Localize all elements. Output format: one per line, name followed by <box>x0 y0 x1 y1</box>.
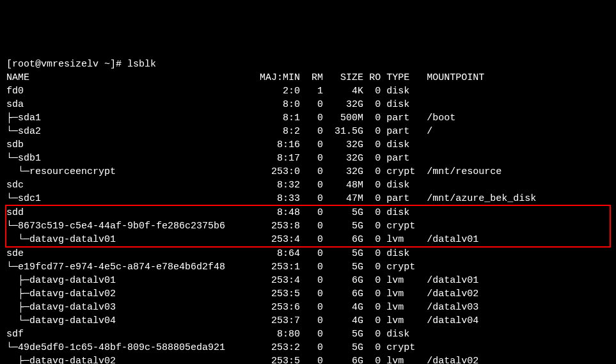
lsblk-row: sde 8:64 0 5G 0 disk <box>6 247 610 260</box>
col-type: part <box>381 153 421 164</box>
col-rm: 0 <box>300 248 323 259</box>
col-name: sde <box>6 248 260 259</box>
lsblk-row: sdb 8:16 0 32G 0 disk <box>6 138 610 152</box>
col-mount: /datalv01 <box>421 275 478 286</box>
col-rm: 0 <box>300 221 323 232</box>
col-name: sdb <box>6 139 260 150</box>
col-rm: 0 <box>300 329 323 340</box>
col-majmin: 253:6 <box>260 302 300 313</box>
col-name: ├─datavg-datalv01 <box>6 275 260 286</box>
col-type: disk <box>381 329 421 340</box>
col-size: 6G <box>323 356 363 364</box>
col-size: 32G <box>323 166 363 177</box>
terminal-output: [root@vmresizelv ~]# lsblkNAME MAJ:MIN R… <box>6 58 610 364</box>
col-name: ├─datavg-datalv03 <box>6 302 260 313</box>
col-name: └─datavg-datalv04 <box>6 315 260 326</box>
col-mount <box>421 329 427 340</box>
col-majmin: 253:8 <box>260 221 300 232</box>
col-rm: 0 <box>300 315 323 326</box>
col-ro: 0 <box>363 315 381 326</box>
col-rm: 0 <box>300 139 323 150</box>
col-ro: 0 <box>363 207 381 218</box>
lsblk-row: ├─datavg-datalv01 253:4 0 6G 0 lvm /data… <box>6 274 610 287</box>
col-type: lvm <box>381 275 421 286</box>
col-rm: 0 <box>300 302 323 313</box>
col-majmin: 8:64 <box>260 248 300 259</box>
lsblk-row: ├─datavg-datalv02 253:5 0 6G 0 lvm /data… <box>6 354 610 364</box>
col-size: 5G <box>323 262 363 273</box>
lsblk-row: sda 8:0 0 32G 0 disk <box>6 98 610 111</box>
col-rm: 0 <box>300 262 323 273</box>
col-mount <box>421 99 427 110</box>
col-rm: 0 <box>300 166 323 177</box>
col-mount <box>421 262 427 273</box>
shell-prompt[interactable]: [root@vmresizelv ~]# lsblk <box>6 58 610 71</box>
col-ro: 0 <box>363 86 381 97</box>
col-type: disk <box>381 248 421 259</box>
col-mount: /datalv03 <box>421 302 478 313</box>
col-size: 5G <box>323 342 363 353</box>
col-ro: 0 <box>363 248 381 259</box>
col-rm: 0 <box>300 342 323 353</box>
col-type: disk <box>381 207 421 218</box>
lsblk-row: sdc 8:32 0 48M 0 disk <box>6 178 610 192</box>
col-rm: 0 <box>300 180 323 191</box>
lsblk-row: └─sdc1 8:33 0 47M 0 part /mnt/azure_bek_… <box>6 192 610 205</box>
col-majmin: 2:0 <box>260 86 300 97</box>
col-name: └─datavg-datalv01 <box>6 234 260 245</box>
col-majmin: 253:2 <box>260 342 300 353</box>
col-ro: 0 <box>363 289 381 299</box>
col-ro: 0 <box>363 302 381 313</box>
col-rm: 0 <box>300 99 323 110</box>
col-rm: 0 <box>300 234 323 245</box>
col-size: 4G <box>323 315 363 326</box>
col-ro: 0 <box>363 180 381 191</box>
col-name: └─sdb1 <box>6 153 260 164</box>
col-rm: 0 <box>300 356 323 364</box>
col-mount: /datalv01 <box>421 234 478 245</box>
hdr-type: TYPE <box>381 72 421 83</box>
col-name: └─sda2 <box>6 126 260 137</box>
col-mount <box>421 180 427 191</box>
col-majmin: 253:5 <box>260 289 300 299</box>
col-majmin: 8:32 <box>260 180 300 191</box>
col-name: ├─datavg-datalv02 <box>6 289 260 299</box>
col-size: 4K <box>323 86 363 97</box>
col-majmin: 8:33 <box>260 193 300 204</box>
col-majmin: 253:4 <box>260 275 300 286</box>
col-name: └─8673c519-c5e4-44af-9b0f-fe286c2375b6 <box>6 221 260 232</box>
col-mount: /datalv02 <box>421 289 478 299</box>
col-majmin: 8:16 <box>260 139 300 150</box>
col-name: sdf <box>6 329 260 340</box>
col-ro: 0 <box>363 193 381 204</box>
col-ro: 0 <box>363 126 381 137</box>
col-size: 6G <box>323 289 363 299</box>
col-ro: 0 <box>363 342 381 353</box>
col-ro: 0 <box>363 153 381 164</box>
lsblk-row: sdf 8:80 0 5G 0 disk <box>6 328 610 341</box>
col-ro: 0 <box>363 234 381 245</box>
col-rm: 0 <box>300 275 323 286</box>
col-mount: /datalv02 <box>421 356 478 364</box>
col-size: 6G <box>323 234 363 245</box>
lsblk-row: sdd 8:48 0 5G 0 disk <box>6 206 610 219</box>
col-mount: /datalv04 <box>421 315 478 326</box>
col-majmin: 253:1 <box>260 262 300 273</box>
col-rm: 0 <box>300 289 323 299</box>
col-name: ├─sda1 <box>6 113 260 123</box>
col-type: lvm <box>381 289 421 299</box>
col-mount: /mnt/azure_bek_disk <box>421 193 536 204</box>
col-type: lvm <box>381 356 421 364</box>
col-majmin: 8:17 <box>260 153 300 164</box>
col-majmin: 8:1 <box>260 113 300 123</box>
lsblk-row: └─datavg-datalv04 253:7 0 4G 0 lvm /data… <box>6 314 610 328</box>
col-type: lvm <box>381 315 421 326</box>
col-size: 48M <box>323 180 363 191</box>
col-type: part <box>381 126 421 137</box>
hdr-majmin: MAJ:MIN <box>260 72 300 83</box>
hdr-ro: RO <box>363 72 381 83</box>
col-rm: 0 <box>300 153 323 164</box>
col-name: sda <box>6 99 260 110</box>
col-size: 32G <box>323 99 363 110</box>
col-type: crypt <box>381 262 421 273</box>
